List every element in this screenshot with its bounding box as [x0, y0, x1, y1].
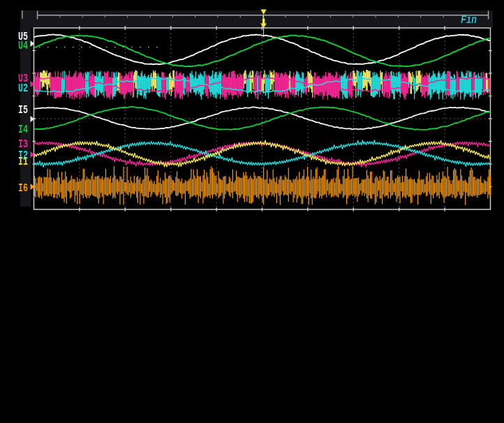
- svg-text:U4: U4: [18, 39, 28, 52]
- svg-text:I6: I6: [18, 181, 28, 195]
- svg-text:I5: I5: [18, 103, 28, 117]
- svg-text:I1: I1: [18, 155, 28, 168]
- svg-text:I4: I4: [18, 123, 28, 136]
- svg-text:U2: U2: [18, 82, 28, 95]
- svg-text:Fin: Fin: [461, 13, 477, 27]
